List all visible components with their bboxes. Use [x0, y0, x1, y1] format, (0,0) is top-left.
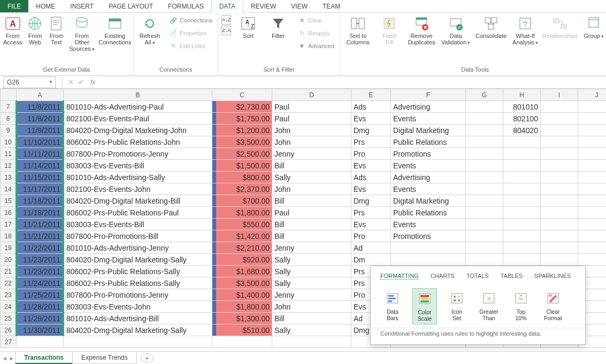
- table-row[interactable]: 1111/11/2011807800-Pro-Promotions-Jenny$…: [1, 148, 607, 160]
- column-header-C[interactable]: C: [212, 89, 272, 101]
- cell[interactable]: [541, 183, 578, 195]
- cell-who[interactable]: Jenny: [272, 242, 351, 254]
- table-row[interactable]: 1411/17/2011802100-Evs-Events-John$2,370…: [1, 183, 607, 195]
- cell-date[interactable]: 11/24/2011: [17, 277, 64, 289]
- cell-e[interactable]: Dm: [351, 254, 391, 266]
- cell-desc[interactable]: 807800-Pro-Promotions-Bill: [64, 230, 212, 242]
- cell-amount[interactable]: $2,370.00: [212, 183, 272, 195]
- cell-f[interactable]: Public Relations: [391, 207, 466, 219]
- cell-date[interactable]: 11/11/2011: [17, 148, 64, 160]
- cell-f[interactable]: Public Relations: [391, 136, 466, 148]
- cell-g[interactable]: [466, 230, 503, 242]
- qa-item-color-scale[interactable]: Color Scale: [412, 288, 437, 324]
- new-sheet-button[interactable]: +: [141, 353, 154, 363]
- cell-desc[interactable]: 801010-Ads-Advertising-Bill: [64, 313, 212, 324]
- cell-who[interactable]: John: [272, 136, 351, 148]
- row-header[interactable]: 14: [1, 183, 17, 195]
- cell[interactable]: [17, 336, 64, 348]
- cell-g[interactable]: [466, 195, 503, 207]
- row-header[interactable]: 11: [1, 148, 17, 160]
- qa-tab-tables[interactable]: TABLES: [501, 273, 523, 280]
- cell[interactable]: [578, 242, 607, 254]
- cell-e[interactable]: Evs: [351, 183, 391, 195]
- cell-g[interactable]: [466, 101, 503, 113]
- row-header[interactable]: 19: [1, 242, 17, 254]
- cell[interactable]: [578, 113, 607, 125]
- table-row[interactable]: 1711/21/2011803003-Evs-Events-Bill$550.0…: [1, 219, 607, 230]
- column-header-I[interactable]: I: [541, 89, 578, 101]
- ribbon-tab-data[interactable]: DATA: [211, 1, 243, 13]
- cell-amount[interactable]: $1,400.00: [212, 289, 272, 301]
- cell-h[interactable]: [503, 195, 541, 207]
- row-header[interactable]: 26: [1, 324, 17, 336]
- ribbon-tab-page-layout[interactable]: PAGE LAYOUT: [101, 0, 160, 12]
- qa-item-greater-than[interactable]: >Greater Than: [477, 288, 501, 324]
- sheet-tab-expense-trends[interactable]: Expense Trends: [72, 352, 137, 364]
- cell-e[interactable]: Evs: [351, 219, 391, 230]
- cell[interactable]: [578, 195, 607, 207]
- cell-h[interactable]: [503, 230, 541, 242]
- fx-button[interactable]: fx: [90, 79, 95, 86]
- cell-e[interactable]: Dmg: [351, 195, 391, 207]
- cell-desc[interactable]: 802100-Evs-Events-Paul: [64, 113, 212, 125]
- cell[interactable]: [578, 136, 607, 148]
- cell-desc[interactable]: 801010-Ads-Advertising-Sally: [64, 172, 212, 183]
- cell-desc[interactable]: 804020-Dmg-Digital Marketing-Sally: [64, 324, 212, 336]
- cell[interactable]: [64, 336, 212, 348]
- cell-f[interactable]: Events: [391, 219, 466, 230]
- text-to-columns-button[interactable]: Text to Columns: [343, 15, 372, 45]
- filter-button[interactable]: Filter: [265, 15, 291, 39]
- row-header[interactable]: 18: [1, 230, 17, 242]
- ribbon-tab-home[interactable]: HOME: [28, 0, 63, 12]
- cell-who[interactable]: Bill: [272, 313, 351, 324]
- cell[interactable]: [578, 148, 607, 160]
- group-button[interactable]: Group: [581, 15, 606, 40]
- cell-who[interactable]: Sally: [272, 324, 351, 336]
- cell-date[interactable]: 11/14/2011: [17, 160, 64, 172]
- cell-who[interactable]: Bill: [272, 160, 351, 172]
- cancel-formula-icon[interactable]: ✕: [68, 78, 74, 86]
- cell-who[interactable]: John: [272, 301, 351, 313]
- cell-h[interactable]: [503, 160, 541, 172]
- sort-za-icon[interactable]: Z↓A: [221, 26, 231, 35]
- cell-h[interactable]: [503, 183, 541, 195]
- cell-date[interactable]: 11/8/2011: [17, 113, 64, 125]
- cell-desc[interactable]: 803003-Evs-Events-Bill: [64, 219, 212, 230]
- formula-bar[interactable]: [99, 76, 606, 88]
- row-header[interactable]: 17: [1, 219, 17, 230]
- cell-date[interactable]: 11/21/2011: [17, 230, 64, 242]
- cell-desc[interactable]: 807800-Pro-Promotions-Jenny: [64, 289, 212, 301]
- cell-e[interactable]: Prs: [351, 207, 391, 219]
- dropdown-icon[interactable]: ▼: [49, 80, 53, 84]
- cell-f[interactable]: [391, 254, 466, 266]
- cell-desc[interactable]: 806002-Prs-Public Relations-Sally: [64, 266, 212, 277]
- cell[interactable]: [578, 207, 607, 219]
- cell-who[interactable]: Sally: [272, 266, 351, 277]
- ribbon-tab-view[interactable]: VIEW: [283, 0, 315, 12]
- cell-h[interactable]: 801010: [503, 101, 541, 113]
- ribbon-tab-team[interactable]: TEAM: [315, 0, 348, 12]
- ribbon-tab-insert[interactable]: INSERT: [63, 0, 101, 12]
- row-header[interactable]: 20: [1, 254, 17, 266]
- cell[interactable]: [578, 172, 607, 183]
- cell[interactable]: [541, 113, 578, 125]
- cell-desc[interactable]: 806002-Prs-Public Relations-Paul: [64, 207, 212, 219]
- name-box[interactable]: G26▼: [3, 76, 56, 88]
- sort-az-za-buttons[interactable]: A↓Z Z↓A: [221, 15, 231, 35]
- cell-amount[interactable]: $2,210.00: [212, 242, 272, 254]
- column-header-E[interactable]: E: [351, 89, 391, 101]
- relationships-button[interactable]: Relationships: [543, 15, 577, 39]
- advanced-button[interactable]: ▼Advanced: [295, 41, 336, 51]
- sort-az-icon[interactable]: A↓Z: [221, 15, 231, 25]
- cell[interactable]: [541, 160, 578, 172]
- cell-date[interactable]: 11/17/2011: [17, 183, 64, 195]
- cell[interactable]: [541, 148, 578, 160]
- row-header[interactable]: 27: [1, 336, 17, 348]
- cell-f[interactable]: Digital Marketing: [391, 125, 466, 136]
- cell-desc[interactable]: 801010-Ads-Advertising-Paul: [64, 101, 212, 113]
- cell-who[interactable]: John: [272, 125, 351, 136]
- cell-date[interactable]: 11/18/2011: [17, 195, 64, 207]
- cell-e[interactable]: Evs: [351, 113, 391, 125]
- sheet-tab-transactions[interactable]: Transactions: [15, 352, 73, 364]
- column-header-G[interactable]: G: [466, 89, 503, 101]
